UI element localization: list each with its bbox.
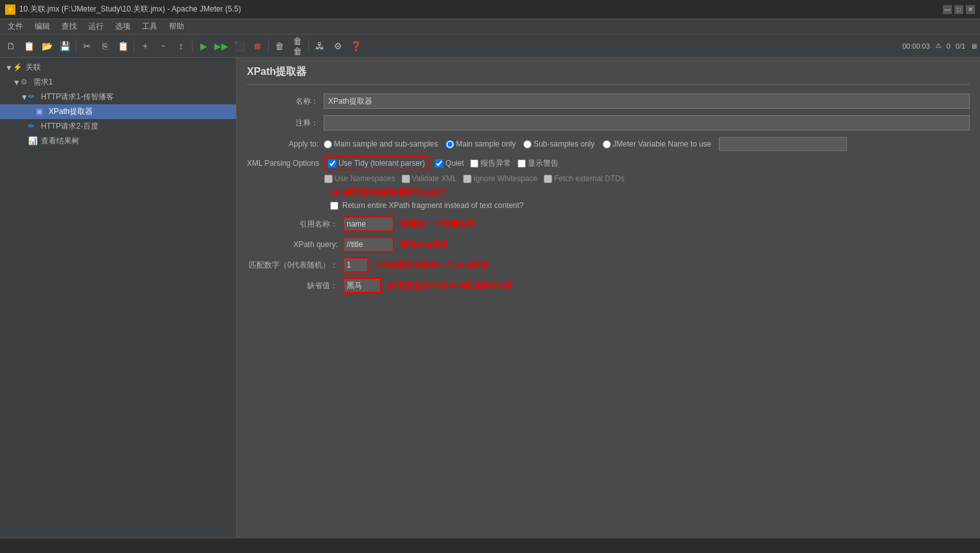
arrow-http2	[20, 122, 28, 131]
xpath-query-row: XPath query: 提取title标签	[247, 237, 970, 252]
default-annotation: 缺省值是找不到html就用黑马代替	[388, 280, 513, 291]
icon-xpath: ▣	[36, 107, 46, 117]
toolbar-open[interactable]: 📂	[38, 38, 55, 54]
report-exception-option[interactable]: 报告异常	[470, 158, 511, 169]
minimize-button[interactable]: —	[943, 5, 952, 14]
warning-icon: ⚠	[935, 42, 942, 50]
report-exception-checkbox[interactable]	[470, 159, 478, 168]
quiet-option[interactable]: Quiet	[435, 159, 464, 168]
radio-sub-only-input[interactable]	[523, 140, 532, 148]
maximize-button[interactable]: □	[954, 5, 963, 14]
use-tidy-checkbox[interactable]	[328, 159, 336, 168]
tree-item-http1[interactable]: ▼ ✏ HTTP请求1-传智播客	[0, 90, 236, 104]
arrow-关联: ▼	[5, 63, 13, 72]
toolbar-clear-all[interactable]: 🗑🗑	[289, 38, 306, 54]
label-http2: HTTP请求2-百度	[41, 121, 99, 132]
return-entire-checkbox[interactable]	[330, 202, 338, 210]
toolbar-stop[interactable]: ⬛	[231, 38, 248, 54]
validate-xml-checkbox[interactable]	[402, 175, 410, 183]
close-button[interactable]: ✕	[966, 5, 975, 14]
total-count: 0/1	[956, 42, 965, 50]
toolbar-shutdown[interactable]: ⏹	[249, 38, 265, 54]
report-exception-label: 报告异常	[480, 158, 511, 169]
radio-sub-only[interactable]: Sub-samples only	[523, 140, 594, 148]
toolbar-new[interactable]: 🗋	[3, 38, 19, 54]
radio-main-sub[interactable]: Main sample and sub-samples	[324, 140, 438, 148]
quiet-checkbox[interactable]	[435, 159, 443, 168]
label-http1: HTTP请求1-传智播客	[41, 92, 114, 102]
radio-jmeter-var-input[interactable]	[603, 140, 611, 148]
comment-input[interactable]	[324, 115, 970, 131]
status-bar	[0, 538, 980, 553]
name-row: 名称：	[247, 93, 970, 109]
ignore-whitespace-checkbox[interactable]	[463, 175, 471, 183]
fetch-dtds-option[interactable]: Fetch external DTDs	[544, 174, 624, 183]
arrow-xpath	[28, 108, 36, 116]
toolbar-collapse[interactable]: －	[155, 38, 171, 54]
toolbar-toggle[interactable]: ↕	[173, 38, 189, 54]
toolbar-start-no-pause[interactable]: ▶▶	[213, 38, 230, 54]
toolbar-help[interactable]: ❓	[347, 38, 364, 54]
panel-title: XPath提取器	[247, 65, 970, 84]
validate-xml-option[interactable]: Validate XML	[402, 174, 457, 183]
xpath-query-input[interactable]	[343, 237, 394, 252]
toolbar-sep2	[134, 40, 134, 52]
tree-item-关联[interactable]: ▼ ⚡ 关联	[0, 60, 236, 75]
menu-run[interactable]: 运行	[83, 20, 109, 33]
toolbar-clear[interactable]: 🗑	[271, 38, 288, 54]
radio-jmeter-var[interactable]: JMeter Variable Name to use	[603, 140, 712, 148]
menu-edit[interactable]: 编辑	[29, 20, 55, 33]
toolbar-paste[interactable]: 📋	[115, 38, 131, 54]
ignore-whitespace-option[interactable]: Ignore Whitespace	[463, 174, 537, 183]
xpath-query-label: XPath query:	[247, 240, 343, 249]
tree-item-http2[interactable]: ✏ HTTP请求2-百度	[0, 119, 236, 134]
name-label: 名称：	[247, 96, 324, 107]
icon-http1: ✏	[28, 92, 38, 102]
use-namespaces-option[interactable]: Use Namespaces	[324, 174, 395, 183]
show-warning-checkbox[interactable]	[518, 159, 526, 168]
toolbar-save[interactable]: 💾	[56, 38, 73, 54]
window-controls[interactable]: — □ ✕	[943, 5, 975, 14]
toolbar-expand[interactable]: ＋	[137, 38, 154, 54]
toolbar-template[interactable]: 📋	[20, 38, 37, 54]
menu-help[interactable]: 帮助	[164, 20, 189, 33]
var-annotation: 随便起一个变量名字	[400, 218, 475, 230]
ignore-whitespace-label: Ignore Whitespace	[473, 174, 537, 183]
menu-search[interactable]: 查找	[56, 20, 82, 33]
menu-tools[interactable]: 工具	[137, 20, 162, 33]
toolbar-cut[interactable]: ✂	[79, 38, 95, 54]
tree-item-xpath[interactable]: ▣ XPath提取器	[0, 104, 236, 119]
toolbar-start[interactable]: ▶	[195, 38, 212, 54]
use-namespaces-checkbox[interactable]	[324, 175, 333, 183]
show-warning-option[interactable]: 显示警告	[518, 158, 558, 169]
tree-item-需求1[interactable]: ▼ ⚙ 需求1	[0, 75, 236, 90]
menu-file[interactable]: 文件	[3, 20, 28, 33]
radio-main-sub-input[interactable]	[324, 140, 332, 148]
name-input[interactable]	[324, 93, 970, 109]
tree-item-results[interactable]: 📊 查看结果树	[0, 134, 236, 148]
use-tidy-option[interactable]: Use Tidy (tolerant parser)	[328, 159, 425, 168]
arrow-results	[20, 137, 28, 146]
toolbar-status: 00:00:03 ⚠ 0 0/1 🖥	[903, 42, 977, 50]
radio-main-only-input[interactable]	[446, 140, 454, 148]
toolbar-copy[interactable]: ⎘	[97, 38, 113, 54]
toolbar-remote[interactable]: 🖧	[312, 38, 328, 54]
return-row: Return entire XPath fragment instead of …	[247, 201, 970, 210]
jmeter-var-input[interactable]	[719, 137, 847, 151]
toolbar-function[interactable]: ⚙	[329, 38, 346, 54]
radio-main-only[interactable]: Main sample only	[446, 140, 516, 148]
default-label: 缺省值：	[247, 280, 343, 291]
first-html-annotation: 1代表提取的是第一个html标签	[375, 259, 489, 271]
xml-options-container: Use Tidy (tolerant parser) Quiet 报告异常 显示…	[324, 156, 970, 187]
match-no-input[interactable]	[343, 257, 368, 273]
menu-options[interactable]: 选项	[110, 20, 136, 33]
icon-需求1: ⚙	[20, 77, 31, 88]
default-input[interactable]	[343, 278, 381, 293]
label-xpath: XPath提取器	[49, 106, 93, 117]
fetch-dtds-checkbox[interactable]	[544, 175, 552, 183]
ref-name-label: 引用名称：	[247, 219, 343, 230]
ref-name-input[interactable]	[343, 216, 394, 232]
fetch-dtds-label: Fetch external DTDs	[554, 174, 624, 183]
radio-main-sub-label: Main sample and sub-samples	[334, 140, 438, 148]
match-no-label: 匹配数字（0代表随机）：	[247, 260, 343, 271]
